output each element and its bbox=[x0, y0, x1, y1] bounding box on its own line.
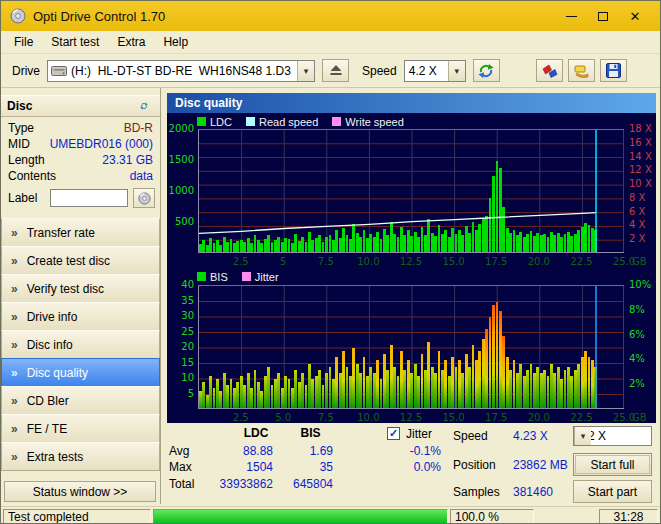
disc-info-grid: TypeBD-RMIDUMEBDR016 (000)Length23.31 GB… bbox=[8, 120, 153, 184]
disc-section-header: Disc bbox=[1, 95, 160, 117]
x-axis-unit: GB bbox=[632, 256, 656, 267]
hand-card-icon bbox=[574, 64, 590, 78]
menu-start-test[interactable]: Start test bbox=[42, 32, 108, 52]
speed-label: Speed bbox=[362, 64, 397, 78]
max-bis: 35 bbox=[281, 460, 333, 474]
sidebar-button-disc-quality[interactable]: »Disc quality bbox=[1, 358, 160, 387]
speed-value: 4.2 X bbox=[405, 64, 441, 78]
menu-file[interactable]: File bbox=[5, 32, 42, 52]
speed-dropdown-arrow-icon[interactable]: ▾ bbox=[448, 61, 465, 81]
title-bar: Opti Drive Control 1.70 ✕ bbox=[1, 1, 660, 31]
sidebar-button-drive-info[interactable]: »Drive info bbox=[1, 302, 160, 331]
info-value: 23.31 GB bbox=[102, 153, 153, 167]
legend-color-box bbox=[332, 117, 341, 126]
chevron-icon: » bbox=[11, 422, 18, 436]
sidebar-button-transfer-rate[interactable]: »Transfer rate bbox=[1, 218, 160, 247]
small-disc-icon bbox=[138, 192, 151, 205]
scan-speed-select[interactable]: 4.2 X ▾ bbox=[573, 426, 652, 446]
x-axis-tick: 17.5 bbox=[478, 412, 514, 423]
jitter-checkbox[interactable]: ✓ bbox=[387, 427, 400, 440]
eject-button[interactable] bbox=[322, 59, 349, 82]
status-window-button[interactable]: Status window >> bbox=[4, 481, 156, 502]
refresh-button[interactable] bbox=[473, 59, 500, 82]
info-label: Length bbox=[8, 153, 45, 167]
y-axis-tick: 4% bbox=[629, 353, 645, 364]
legend-item-ldc: LDC bbox=[197, 116, 232, 128]
scan-speed-dropdown-arrow-icon[interactable]: ▾ bbox=[574, 427, 591, 445]
speed-select[interactable]: 4.2 X ▾ bbox=[404, 60, 466, 82]
drive-select[interactable]: (H:) HL-DT-ST BD-RE WH16NS48 1.D3 ▾ bbox=[47, 60, 315, 82]
jitter-marker bbox=[251, 281, 260, 284]
sidebar-button-create-test-disc[interactable]: »Create test disc bbox=[1, 246, 160, 275]
y-axis-tick: 500 bbox=[167, 216, 194, 227]
x-axis-tick: 5 bbox=[265, 256, 301, 267]
register-button[interactable] bbox=[568, 59, 595, 82]
x-axis-tick: 12.5 bbox=[393, 256, 429, 267]
legend-label: LDC bbox=[210, 116, 232, 128]
erase-disc-button[interactable] bbox=[536, 59, 563, 82]
start-full-button[interactable]: Start full bbox=[573, 453, 652, 476]
sidebar-button-fe-te[interactable]: »FE / TE bbox=[1, 414, 160, 443]
sidebar-button-verify-test-disc[interactable]: »Verify test disc bbox=[1, 274, 160, 303]
info-value: BD-R bbox=[124, 121, 153, 135]
sidebar-buttons: »Transfer rate»Create test disc»Verify t… bbox=[1, 219, 160, 471]
page-title: Disc quality bbox=[167, 93, 656, 113]
y-axis-tick: 1500 bbox=[167, 154, 194, 165]
disc-label-row: Label bbox=[8, 188, 155, 208]
info-value: data bbox=[130, 169, 153, 183]
menu-help[interactable]: Help bbox=[154, 32, 197, 52]
legend-label: Write speed bbox=[345, 116, 404, 128]
refresh-icon bbox=[478, 63, 494, 79]
save-results-button[interactable] bbox=[600, 59, 627, 82]
sidebar-button-label: Extra tests bbox=[27, 450, 84, 464]
x-axis-tick: 10.0 bbox=[350, 256, 386, 267]
legend-label: Read speed bbox=[259, 116, 318, 128]
close-button[interactable]: ✕ bbox=[619, 4, 651, 28]
ldc-column-header: LDC bbox=[221, 426, 291, 440]
label-edit-button[interactable] bbox=[133, 188, 155, 208]
y-axis-tick: 2% bbox=[629, 378, 645, 389]
max-ldc: 1504 bbox=[203, 460, 273, 474]
sidebar-button-disc-info[interactable]: »Disc info bbox=[1, 330, 160, 359]
drive-dropdown-arrow-icon[interactable]: ▾ bbox=[297, 61, 314, 81]
label-label: Label bbox=[8, 191, 37, 205]
legend-color-box bbox=[242, 272, 251, 281]
drive-icon bbox=[51, 65, 67, 77]
sidebar-button-label: Transfer rate bbox=[27, 226, 95, 240]
y-axis-tick: 18 X bbox=[629, 123, 652, 134]
y-axis-tick: 8% bbox=[629, 304, 645, 315]
x-axis-tick: 15.0 bbox=[436, 256, 472, 267]
chevron-icon: » bbox=[11, 366, 18, 380]
legend-item-jitter: Jitter bbox=[242, 271, 279, 283]
menu-bar: FileStart testExtraHelp bbox=[1, 31, 660, 54]
y-axis-tick: 35 bbox=[167, 295, 194, 306]
close-icon: ✕ bbox=[630, 9, 641, 24]
y-axis-tick: 20 bbox=[167, 341, 194, 352]
maximize-button[interactable] bbox=[587, 4, 619, 28]
bis-chart bbox=[198, 285, 624, 409]
status-bar: Test completed 100.0 % 31:28 bbox=[1, 506, 660, 524]
app-window: Opti Drive Control 1.70 ✕ FileStart test… bbox=[0, 0, 661, 524]
eject-icon bbox=[330, 65, 342, 76]
total-bis: 645804 bbox=[281, 477, 333, 491]
legend-item-read-speed: Read speed bbox=[246, 116, 318, 128]
sidebar-button-extra-tests[interactable]: »Extra tests bbox=[1, 442, 160, 471]
legend-item-bis: BIS bbox=[197, 271, 228, 283]
x-axis-tick: 22.5 bbox=[563, 412, 599, 423]
info-label: MID bbox=[8, 137, 30, 151]
minimize-button[interactable] bbox=[555, 4, 587, 28]
info-label: Type bbox=[8, 121, 34, 135]
disc-info-row-mid: MIDUMEBDR016 (000) bbox=[8, 136, 153, 152]
y-axis-tick: 1000 bbox=[167, 185, 194, 196]
disc-refresh-button[interactable] bbox=[134, 97, 154, 115]
label-input[interactable] bbox=[50, 189, 128, 207]
elapsed-time-panel: 31:28 bbox=[599, 509, 658, 524]
ldc-chart bbox=[198, 129, 624, 253]
elapsed-time: 31:28 bbox=[613, 510, 643, 524]
start-part-button[interactable]: Start part bbox=[573, 480, 652, 503]
total-label: Total bbox=[169, 477, 194, 491]
x-axis-tick: 7.5 bbox=[308, 412, 344, 423]
sidebar-button-cd-bler[interactable]: »CD Bler bbox=[1, 386, 160, 415]
menu-extra[interactable]: Extra bbox=[108, 32, 154, 52]
x-axis-tick: 12.5 bbox=[393, 412, 429, 423]
